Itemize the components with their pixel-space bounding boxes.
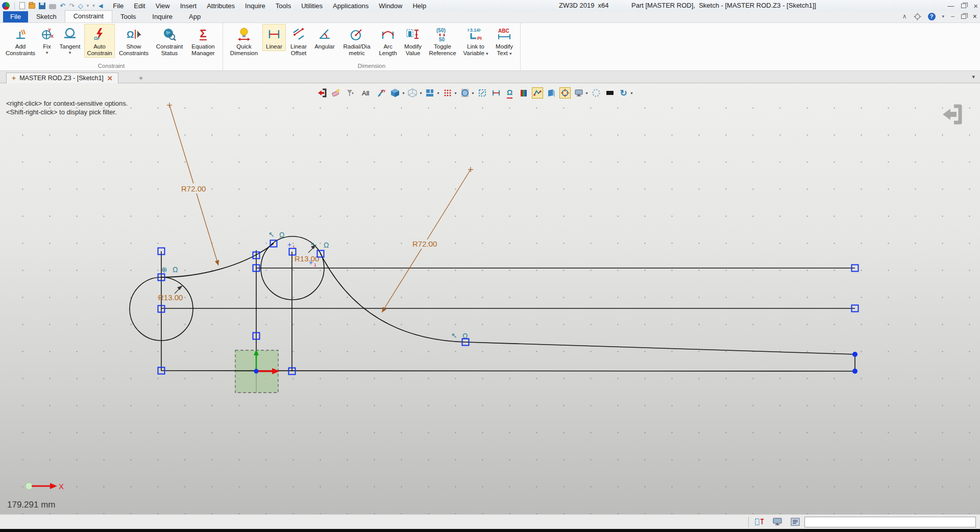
restore-icon[interactable] [961,4,966,8]
menu-insert[interactable]: Insert [175,1,202,11]
add-constraints-button[interactable]: Add Constraints [4,24,37,58]
tangency-icon: Ω [279,231,284,239]
radial-diametric-button[interactable]: Radial/Diametric [339,24,375,58]
svg-text:Y: Y [48,28,51,33]
tab-file[interactable]: File [3,11,28,22]
modify-value-icon [406,26,420,42]
tab-sketch[interactable]: Sketch [28,11,65,22]
help-icon[interactable]: ? [928,13,936,20]
undo-icon[interactable]: ↶ [60,2,65,10]
equation-manager-icon: Σ [200,26,206,42]
close-icon[interactable]: × [973,2,978,10]
link-to-variable-button[interactable]: ⊦3.14⊦PI Link to Variable ▾ [460,24,491,58]
arc-length-button[interactable]: Arc Length [376,24,400,58]
link-to-variable-dropdown-icon[interactable]: ▾ [486,51,488,56]
taper-profile-line[interactable] [321,254,855,371]
display-icon[interactable] [772,517,782,526]
dimension-label-r72-left[interactable]: R72.00 [181,184,206,193]
modify-value-button[interactable]: Modify Value [401,24,425,58]
endpoint[interactable] [852,352,857,357]
view-navigate-icon[interactable]: ◇ [78,2,83,10]
quick-dimension-icon [237,26,251,42]
add-constraints-icon [14,26,27,42]
linear-offset-button[interactable]: Linear Offset [287,24,310,58]
fix-button[interactable]: YX Fix ▾ [38,24,56,57]
doc-minimize-icon[interactable]: – [951,13,954,20]
menu-applications[interactable]: Applications [328,1,374,11]
tangent-button[interactable]: Tangent ▾ [57,24,83,57]
tab-constraint[interactable]: Constraint [65,10,112,22]
linear-button[interactable]: Linear [262,24,286,51]
tab-plus-icon: + [12,74,16,82]
menu-file[interactable]: File [108,1,129,11]
menu-view[interactable]: View [151,1,175,11]
print-icon[interactable] [49,4,56,9]
bottom-black-strip [0,529,980,532]
divider [14,2,15,9]
gear-icon[interactable] [914,13,921,20]
origin-point[interactable] [254,369,259,374]
app-title: ZW3D 2019 x64 [559,2,609,9]
snap-marker-icon: + [287,240,291,249]
tangent-spline[interactable] [161,244,274,277]
overflow-icon[interactable]: ▾ [92,2,95,10]
show-constraints-icon: Ω [126,26,141,42]
pick-arrow-icon: ↖ [268,230,275,238]
axis-x-label: X [59,482,64,491]
menu-help[interactable]: Help [407,1,431,11]
minimize-icon[interactable]: — [947,2,954,10]
tab-tools[interactable]: Tools [112,11,144,22]
modify-text-dropdown-icon[interactable]: ▾ [509,51,512,56]
measure-tool-icon[interactable] [754,517,765,526]
new-tab-icon[interactable]: + [139,74,143,82]
tab-list-dropdown-icon[interactable]: ▾ [972,74,975,80]
dimension-leaders [167,103,473,312]
menu-window[interactable]: Window [374,1,407,11]
open-file-icon[interactable] [29,3,35,9]
new-file-icon[interactable] [19,2,25,9]
save-icon[interactable] [39,3,45,9]
modify-text-button[interactable]: ABC Modify Text ▾ [492,24,517,58]
show-constraints-button[interactable]: Ω Show Constraints [116,24,152,58]
sketch-geometry[interactable]: R72.00 R72.00 R13.00 R13.00 ⊕ Ω ↖ Ω ↖ Ω … [0,83,980,514]
dimension-label-r13-right[interactable]: R13.00 [295,254,319,263]
command-input[interactable] [804,517,976,527]
collapse-ribbon-icon[interactable]: ∧ [902,13,907,20]
redo-icon[interactable]: ↷ [69,2,75,10]
menu-tools[interactable]: Tools [271,1,296,11]
qat-dropdown-icon[interactable]: ▾ [87,2,89,10]
back-icon[interactable]: ◀ [99,2,103,10]
menu-edit[interactable]: Edit [129,1,150,11]
dimension-label-r72-right[interactable]: R72.00 [412,239,437,248]
constraint-status-button[interactable]: Constraint Status [153,24,186,58]
endpoint[interactable] [852,369,857,374]
svg-text:(50): (50) [436,28,446,33]
menu-attributes[interactable]: Attributes [202,1,240,11]
sketch-canvas[interactable]: <right-click> for context-sensitive opti… [0,83,980,514]
help-dropdown-icon[interactable]: ▾ [942,14,945,19]
angular-button[interactable]: Angular [311,24,338,51]
tab-inquire[interactable]: Inquire [144,11,181,22]
fix-dropdown-icon[interactable]: ▾ [46,50,48,55]
doc-restore-icon[interactable] [961,14,966,19]
quick-dimension-button[interactable]: Quick Dimension [227,24,261,58]
tab-close-icon[interactable]: ✕ [107,75,113,82]
list-output-icon[interactable] [790,517,800,526]
coincident-icon: ⊕ [161,265,167,274]
auto-constrain-button[interactable]: Ω⊦ Auto Constrain [84,24,115,58]
doc-close-icon[interactable]: × [973,12,977,20]
tangency-icon: Ω [173,265,178,274]
tab-app[interactable]: App [181,11,209,22]
document-tab[interactable]: + MASTER ROD.Z3 - [Sketch1] ✕ [6,72,118,83]
tangent-dropdown-icon[interactable]: ▾ [69,50,71,55]
divider [748,517,749,527]
svg-text:Ω: Ω [127,30,134,40]
equation-manager-button[interactable]: Σ Equation Manager [187,24,219,58]
pick-arrow-icon: ↖ [451,331,457,340]
pick-arrow-icon: ↖ [310,240,316,249]
app-logo [2,2,10,10]
toggle-reference-button[interactable]: (50)50 Toggle Reference [426,24,459,58]
menu-inquire[interactable]: Inquire [240,1,271,11]
dimension-label-r13-left[interactable]: R13.00 [158,293,183,302]
menu-utilities[interactable]: Utilities [296,1,328,11]
